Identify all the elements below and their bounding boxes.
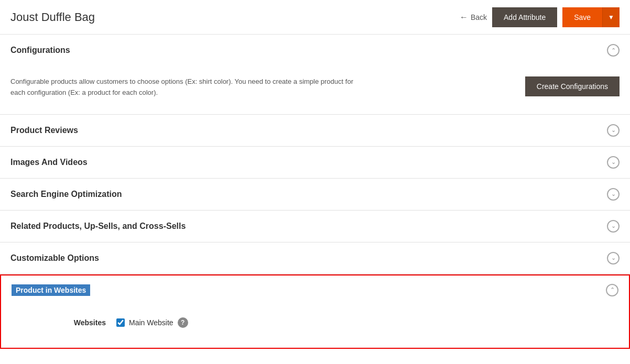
product-in-websites-title: Product in Websites — [12, 284, 90, 296]
save-button-group: Save ▼ — [562, 7, 620, 27]
images-videos-toggle-icon[interactable]: ⌄ — [607, 156, 620, 169]
websites-label: Websites — [12, 318, 116, 327]
related-products-toggle-icon[interactable]: ⌄ — [607, 220, 620, 233]
customizable-options-toggle-icon[interactable]: ⌄ — [607, 252, 620, 264]
page-header: Joust Duffle Bag ← Back Add Attribute Sa… — [0, 0, 630, 35]
configurations-toggle-icon[interactable]: ⌃ — [607, 44, 620, 57]
seo-section: Search Engine Optimization ⌄ — [0, 179, 630, 211]
seo-header[interactable]: Search Engine Optimization ⌄ — [0, 179, 630, 210]
save-button[interactable]: Save — [562, 7, 602, 27]
configurations-title: Configurations — [10, 46, 70, 55]
add-attribute-button[interactable]: Add Attribute — [492, 7, 557, 27]
websites-value: Main Website ? — [116, 317, 188, 328]
product-reviews-section: Product Reviews ⌄ — [0, 115, 630, 147]
page-content: Configurations ⌃ Configurable products a… — [0, 35, 630, 349]
configurations-body: Configurable products allow customers to… — [0, 66, 630, 114]
product-reviews-title: Product Reviews — [10, 126, 78, 135]
main-website-name: Main Website — [129, 318, 173, 327]
related-products-title: Related Products, Up-Sells, and Cross-Se… — [10, 222, 186, 231]
page-wrapper: Joust Duffle Bag ← Back Add Attribute Sa… — [0, 0, 630, 364]
customizable-options-title: Customizable Options — [10, 253, 99, 263]
save-dropdown-button[interactable]: ▼ — [602, 7, 620, 27]
images-videos-header[interactable]: Images And Videos ⌄ — [0, 147, 630, 178]
images-videos-section: Images And Videos ⌄ — [0, 147, 630, 179]
images-videos-title: Images And Videos — [10, 158, 88, 167]
configurations-section: Configurations ⌃ Configurable products a… — [0, 35, 630, 115]
page-title: Joust Duffle Bag — [10, 10, 95, 24]
customizable-options-header[interactable]: Customizable Options ⌄ — [0, 242, 630, 274]
back-label: Back — [471, 13, 487, 21]
websites-row: Websites Main Website ? — [12, 310, 618, 335]
configurations-description: Configurable products allow customers to… — [10, 76, 367, 98]
websites-body: Websites Main Website ? — [1, 305, 629, 348]
customizable-options-section: Customizable Options ⌄ — [0, 242, 630, 274]
related-products-header[interactable]: Related Products, Up-Sells, and Cross-Se… — [0, 211, 630, 242]
seo-toggle-icon[interactable]: ⌄ — [607, 188, 620, 201]
back-arrow-icon: ← — [460, 13, 468, 22]
product-reviews-header[interactable]: Product Reviews ⌄ — [0, 115, 630, 146]
header-actions: ← Back Add Attribute Save ▼ — [460, 7, 620, 27]
product-reviews-toggle-icon[interactable]: ⌄ — [607, 124, 620, 137]
dropdown-arrow-icon: ▼ — [608, 14, 614, 21]
create-configurations-button[interactable]: Create Configurations — [525, 76, 620, 96]
back-button[interactable]: ← Back — [460, 13, 487, 22]
product-in-websites-header[interactable]: Product in Websites ⌃ — [1, 275, 629, 305]
related-products-section: Related Products, Up-Sells, and Cross-Se… — [0, 211, 630, 242]
main-website-checkbox[interactable] — [116, 318, 125, 327]
help-icon[interactable]: ? — [178, 317, 188, 328]
configurations-section-header[interactable]: Configurations ⌃ — [0, 35, 630, 66]
product-in-websites-section: Product in Websites ⌃ Websites Main Webs… — [0, 274, 630, 349]
product-in-websites-toggle-icon[interactable]: ⌃ — [606, 284, 618, 296]
seo-title: Search Engine Optimization — [10, 190, 122, 199]
